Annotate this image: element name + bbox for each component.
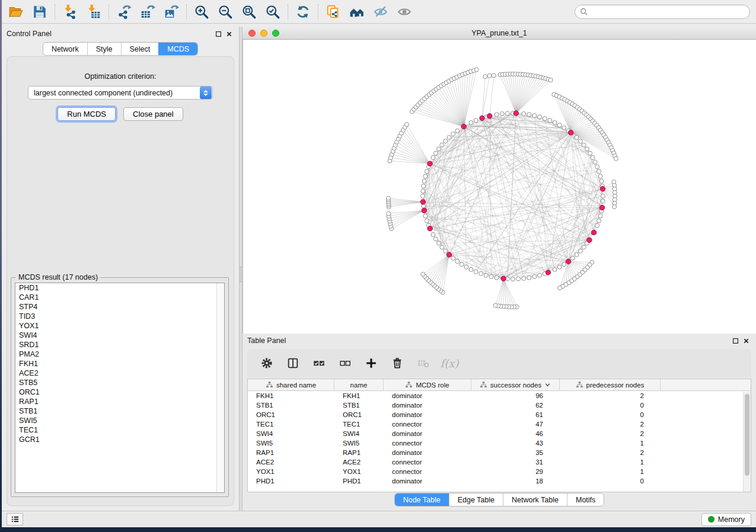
network-node[interactable] [455,259,460,264]
run-mcds-button[interactable]: Run MCDS [58,107,116,121]
mcds-hub-node[interactable] [600,187,605,191]
table-row[interactable]: FKH1FKH1dominator962 [248,391,751,400]
mcds-hub-node[interactable] [587,238,592,242]
network-node[interactable] [522,277,526,281]
mcds-hub-node[interactable] [513,111,518,116]
network-node[interactable] [558,286,562,290]
create-column-icon[interactable] [361,353,381,373]
tab-select[interactable]: Select [121,43,159,55]
network-node[interactable] [483,75,487,79]
tab-mcds[interactable]: MCDS [158,43,197,55]
network-node[interactable] [489,274,493,278]
table-scrollbar[interactable] [743,392,751,492]
column-header-predecessor-nodes[interactable]: predecessor nodes [560,379,661,390]
network-node[interactable] [474,68,479,72]
mcds-hub-node[interactable] [428,161,432,166]
mcds-result-item[interactable]: CAR1 [15,293,224,302]
mcds-result-item[interactable]: STP4 [15,302,224,312]
select-all-columns-icon[interactable] [309,353,329,373]
network-canvas[interactable] [243,40,756,334]
network-node[interactable] [557,265,562,269]
mcds-hub-node[interactable] [591,230,596,235]
tab-motifs[interactable]: Motifs [567,493,604,506]
network-node[interactable] [451,132,455,136]
table-row[interactable]: TEC1TEC1connector472 [248,419,751,429]
network-node[interactable] [585,147,589,151]
network-node[interactable] [440,143,444,147]
zoom-selected-icon[interactable] [261,2,285,22]
tab-network[interactable]: Network [43,43,87,55]
table-row[interactable]: STB1STB1dominator620 [248,400,751,410]
zoom-fit-icon[interactable] [237,2,261,22]
zoom-in-icon[interactable] [190,2,213,22]
network-node[interactable] [511,277,515,281]
hide-selected-icon[interactable] [369,2,393,22]
mcds-result-list[interactable]: PHD1CAR1STP4TID3YOX1SWI4SRD1PMA2FKH1ACE2… [15,283,225,493]
search-input[interactable] [592,6,749,18]
tab-edge-table[interactable]: Edge Table [449,493,503,506]
table-row[interactable]: YOX1YOX1connector291 [248,467,751,476]
export-network-icon[interactable] [112,2,136,22]
mcds-result-item[interactable]: GCR1 [15,435,224,444]
export-image-icon[interactable] [160,2,183,22]
network-node[interactable] [433,151,438,155]
mcds-result-item[interactable]: STB1 [15,406,224,416]
table-row[interactable]: ORC1ORC1dominator610 [248,410,751,419]
close-table-panel-icon[interactable] [741,336,751,345]
import-table-icon[interactable] [82,2,106,22]
task-history-icon[interactable] [7,513,23,525]
table-row[interactable]: SWI5SWI5connector431 [248,438,751,448]
network-node[interactable] [553,268,557,272]
network-node[interactable] [421,189,425,193]
mcds-result-item[interactable]: YOX1 [15,321,224,331]
network-node[interactable] [601,194,605,198]
table-scrollbar-thumb[interactable] [745,394,749,476]
mcds-hub-node[interactable] [428,226,432,231]
network-node[interactable] [495,275,499,280]
network-node[interactable] [423,214,428,218]
network-node[interactable] [474,118,478,123]
network-node[interactable] [578,249,582,253]
network-node[interactable] [387,196,391,200]
mcds-hub-node[interactable] [599,205,604,210]
column-header-MCDS-role[interactable]: MCDS role [384,379,471,390]
network-node[interactable] [474,270,478,274]
network-node[interactable] [614,156,618,161]
network-node[interactable] [548,118,552,123]
network-node[interactable] [492,73,496,78]
deselect-all-columns-icon[interactable] [335,353,355,373]
mcds-result-item[interactable]: TEC1 [15,425,224,435]
network-node[interactable] [538,115,542,119]
column-header-name[interactable]: name [334,379,384,390]
network-node[interactable] [451,256,455,260]
network-node[interactable] [455,129,460,133]
network-node[interactable] [487,73,492,78]
mcds-result-item[interactable]: PMA2 [15,350,224,359]
network-node[interactable] [500,112,504,116]
mcds-hub-node[interactable] [569,130,573,135]
mcds-hub-node[interactable] [420,200,425,204]
memory-button[interactable]: Memory [701,513,751,526]
network-node[interactable] [469,121,473,125]
network-node[interactable] [425,169,429,174]
network-node[interactable] [479,271,483,275]
network-node[interactable] [404,123,409,127]
network-node[interactable] [527,275,531,280]
close-panel-button[interactable]: Close panel [123,107,183,121]
mcds-result-item[interactable]: SRD1 [15,340,224,350]
network-node[interactable] [613,205,617,209]
mcds-hub-node[interactable] [422,208,426,213]
network-node[interactable] [578,139,582,143]
network-node[interactable] [422,204,426,208]
first-neighbors-icon[interactable] [345,2,369,22]
network-node[interactable] [597,219,601,223]
network-node[interactable] [422,179,426,183]
network-node[interactable] [562,262,566,267]
network-node[interactable] [460,262,464,267]
mcds-result-item[interactable]: SWI5 [15,416,224,425]
network-node[interactable] [543,117,547,121]
mcds-hub-node[interactable] [566,259,570,264]
network-node[interactable] [444,249,448,253]
network-node[interactable] [582,143,586,147]
mcds-hub-node[interactable] [480,116,484,120]
